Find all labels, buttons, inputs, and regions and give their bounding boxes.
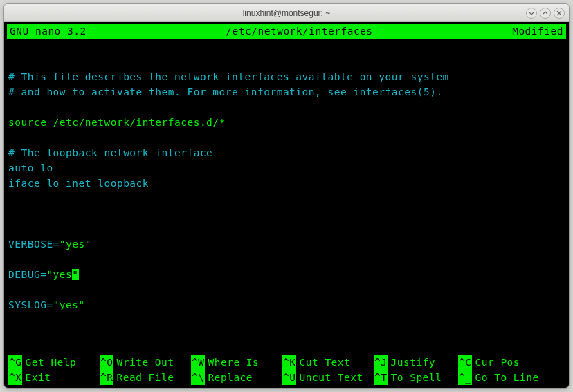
shortcut-write-out[interactable]: ^OWrite Out (100, 355, 191, 370)
file-line: SYSLOG="yes" (8, 299, 85, 310)
shortcut-where-is[interactable]: ^WWhere Is (191, 355, 282, 370)
shortcut-uncut-text[interactable]: ^UUncut Text (282, 370, 374, 385)
shortcut-replace[interactable]: ^\Replace (191, 370, 282, 385)
file-line: VERBOSE="yes" (8, 239, 91, 250)
shortcut-justify[interactable]: ^JJustify (374, 355, 458, 370)
file-line: # and how to activate them. For more inf… (8, 86, 443, 97)
terminal-body[interactable]: GNU nano 3.2 /etc/network/interfaces Mod… (4, 22, 569, 388)
nano-status: Modified (512, 24, 563, 39)
window-title: linuxhint@montsegur: ~ (243, 8, 331, 18)
shortcut-row: ^XExit ^RRead File ^\Replace ^UUncut Tex… (8, 370, 565, 385)
nano-header: GNU nano 3.2 /etc/network/interfaces Mod… (7, 24, 566, 39)
shortcut-go-to-line[interactable]: ^_Go To Line (458, 370, 556, 385)
shortcut-exit[interactable]: ^XExit (8, 370, 100, 385)
editor-content[interactable]: # This file describes the network interf… (7, 39, 566, 355)
minimize-button[interactable] (526, 8, 537, 19)
close-icon (556, 10, 562, 16)
shortcut-cut-text[interactable]: ^KCut Text (282, 355, 374, 370)
window-titlebar[interactable]: linuxhint@montsegur: ~ (4, 4, 569, 22)
shortcut-row: ^GGet Help ^OWrite Out ^WWhere Is ^KCut … (8, 355, 565, 370)
nano-app-name: GNU nano 3.2 (10, 24, 87, 39)
nano-filename: /etc/network/interfaces (87, 24, 512, 39)
file-line: iface lo inet loopback (8, 178, 149, 189)
shortcut-read-file[interactable]: ^RRead File (100, 370, 191, 385)
minimize-icon (529, 10, 534, 16)
file-line: # This file describes the network interf… (8, 71, 449, 82)
file-line: auto lo (8, 162, 53, 174)
file-line: source /etc/network/interfaces.d/* (8, 117, 226, 128)
close-button[interactable] (554, 8, 565, 19)
shortcut-cur-pos[interactable]: ^CCur Pos (458, 355, 556, 370)
shortcut-to-spell[interactable]: ^TTo Spell (374, 370, 458, 385)
terminal-window: linuxhint@montsegur: ~ GNU nano 3.2 /etc… (3, 3, 570, 389)
nano-shortcuts: ^GGet Help ^OWrite Out ^WWhere Is ^KCut … (7, 355, 566, 385)
maximize-icon (543, 10, 548, 16)
file-line: DEBUG="yes" (8, 269, 79, 280)
window-controls (526, 8, 565, 19)
maximize-button[interactable] (540, 8, 551, 19)
shortcut-get-help[interactable]: ^GGet Help (8, 355, 100, 370)
file-line: # The loopback network interface (8, 147, 212, 158)
blank-line (8, 56, 15, 67)
text-cursor: " (72, 269, 78, 280)
